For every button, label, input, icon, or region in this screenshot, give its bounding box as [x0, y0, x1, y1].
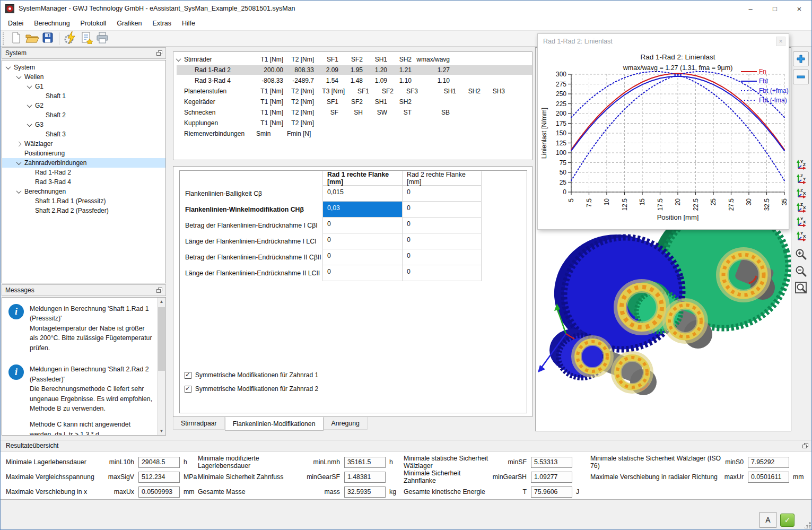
modification-value-cell[interactable]: 0 — [402, 233, 482, 249]
overview-cell[interactable]: wmax/wavg — [413, 56, 451, 63]
tree-item-shaft-1[interactable]: Shaft 1 — [2, 91, 165, 101]
zoom-in-icon[interactable] — [794, 248, 808, 262]
overview-cell[interactable]: 1.09 — [364, 77, 389, 84]
result-value-field[interactable]: 35161.5 — [344, 457, 386, 468]
overview-cell[interactable]: 1.10 — [413, 77, 451, 84]
overview-cell[interactable]: Fmin [N] — [285, 130, 316, 137]
tree-item-rad-3-rad-4[interactable]: Rad 3-Rad 4 — [2, 177, 165, 187]
overview-cell[interactable]: SF1 — [346, 88, 371, 95]
overview-cell[interactable]: SH — [340, 109, 364, 116]
zoom-window-icon[interactable] — [794, 281, 808, 294]
overview-cell[interactable]: T1 [Nm] — [254, 56, 285, 63]
menu-item-datei[interactable]: Datei — [3, 16, 29, 30]
tree-item-system[interactable]: System — [2, 63, 165, 72]
plus-button[interactable] — [793, 51, 809, 66]
overview-cell[interactable]: T3 [Nm] — [316, 88, 346, 95]
overview-cell[interactable]: SH1 — [420, 88, 458, 95]
tree-item-positionierung[interactable]: Positionierung — [2, 149, 165, 158]
tree-item-shaft-2-rad-2-passfeder[interactable]: Shaft 2.Rad 2 (Passfeder) — [2, 206, 165, 215]
overview-cell[interactable]: T1 [Nm] — [254, 98, 285, 106]
result-value-field[interactable]: 29048.5 — [138, 457, 180, 468]
modification-value-cell[interactable]: 0 — [322, 249, 402, 265]
modification-value-cell[interactable]: 0,03 — [322, 202, 402, 218]
result-value-field[interactable]: 1.09277 — [531, 472, 572, 483]
tree-item-zahnradverbindungen[interactable]: Zahnradverbindungen — [2, 158, 165, 168]
overview-cell[interactable]: SW — [364, 109, 389, 116]
minus-button[interactable] — [793, 69, 809, 84]
result-value-field[interactable]: 0.0509993 — [138, 486, 180, 498]
result-value-field[interactable]: 32.5935 — [344, 486, 386, 498]
chevron-down-icon[interactable] — [27, 102, 32, 108]
tree-item-shaft-1-rad-1-presssitz[interactable]: Shaft 1.Rad 1 (Presssitz) — [2, 196, 165, 206]
overview-cell[interactable]: T2 [Nm] — [285, 98, 316, 106]
overview-cell[interactable]: SF — [316, 109, 340, 116]
overview-cell[interactable]: SF3 — [395, 88, 420, 95]
annotation-button[interactable]: A — [759, 512, 776, 528]
chevron-down-icon[interactable] — [16, 74, 22, 79]
print-button[interactable] — [94, 31, 110, 46]
overview-cell[interactable]: 200.00 — [254, 66, 285, 74]
result-value-field[interactable]: 0.0501611 — [748, 472, 789, 483]
menu-item-berechnung[interactable]: Berechnung — [29, 16, 75, 30]
menu-item-protokoll[interactable]: Protokoll — [75, 16, 112, 30]
float-panel-icon[interactable] — [156, 288, 162, 293]
result-value-field[interactable]: 512.234 — [138, 472, 180, 483]
chevron-down-icon[interactable] — [27, 121, 32, 127]
zoom-out-icon[interactable] — [794, 265, 808, 279]
overview-cell[interactable]: 1.27 — [413, 66, 451, 74]
overview-cell[interactable]: SH3 — [482, 88, 507, 95]
view-zx-icon[interactable]: ZX — [794, 201, 808, 215]
tree-item-w-lzlager[interactable]: Wälzlager — [2, 139, 165, 149]
calculate-button[interactable] — [63, 31, 78, 46]
tree-item-rad-1-rad-2[interactable]: Rad 1-Rad 2 — [2, 168, 165, 177]
save-file-button[interactable] — [40, 31, 56, 46]
checkbox-symmetrische-modifikationen-f-r-zahnrad-2[interactable]: ✓Symmetrische Modifikationen für Zahnrad… — [185, 382, 318, 396]
scroll-up-icon[interactable]: ▲ — [158, 298, 165, 306]
modification-value-cell[interactable]: 0 — [402, 265, 482, 281]
overview-cell[interactable]: T2 [Nm] — [285, 119, 316, 127]
scroll-down-icon[interactable]: ▼ — [158, 427, 165, 435]
resize-grip[interactable] — [805, 522, 811, 528]
overview-cell[interactable]: SH1 — [364, 56, 389, 63]
modification-value-cell[interactable]: 0 — [402, 202, 482, 218]
overview-cell[interactable]: 808.33 — [285, 66, 316, 74]
maximize-button[interactable]: □ — [763, 1, 787, 16]
overview-cell[interactable]: 1.20 — [364, 66, 389, 74]
overview-cell[interactable]: T1 [Nm] — [254, 109, 285, 116]
overview-cell[interactable]: 1.95 — [340, 66, 364, 74]
checkbox-box[interactable]: ✓ — [185, 372, 191, 379]
result-value-field[interactable]: 7.95292 — [748, 457, 789, 468]
modification-value-cell[interactable]: 0 — [402, 218, 482, 233]
chevron-right-icon[interactable] — [16, 141, 22, 146]
tab-flankenlinien-modifikationen[interactable]: Flankenlinien-Modifikationen — [225, 417, 324, 431]
overview-cell[interactable]: SH2 — [458, 88, 482, 95]
overview-row-planetenstufen[interactable]: PlanetenstufenT1 [Nm]T2 [Nm]T3 [Nm]SF1SF… — [177, 86, 532, 96]
overview-row-kupplungen[interactable]: KupplungenT1 [Nm]T2 [Nm] — [177, 118, 532, 128]
close-icon[interactable]: × — [776, 37, 785, 46]
float-panel-icon[interactable] — [802, 443, 808, 448]
chart-window-header[interactable]: Rad 1-Rad 2: Linienlast × — [538, 34, 789, 49]
overview-row-rad-1-rad-2[interactable]: Rad 1-Rad 2200.00808.332.091.951.201.211… — [177, 65, 532, 75]
tab-stirnradpaar[interactable]: Stirnradpaar — [173, 417, 225, 430]
overview-cell[interactable]: SF1 — [316, 56, 340, 63]
overview-cell[interactable]: Smin — [254, 130, 285, 137]
overview-cell[interactable]: T1 [Nm] — [254, 88, 285, 95]
view-yx-icon[interactable]: YX — [794, 230, 808, 244]
overview-cell[interactable]: T2 [Nm] — [285, 88, 316, 95]
chevron-down-icon[interactable] — [27, 83, 32, 89]
tree-item-g2[interactable]: G2 — [2, 101, 165, 110]
overview-row-rad-3-rad-4[interactable]: Rad 3-Rad 4-808.33-2489.71.541.481.091.1… — [177, 76, 532, 85]
view-yx-icon[interactable]: YX — [794, 215, 808, 229]
view-zy-icon[interactable]: ZY — [794, 172, 808, 186]
view-zx-icon[interactable]: ZX — [794, 187, 808, 201]
overview-cell[interactable]: 2.09 — [316, 66, 340, 74]
toolbar-grip[interactable] — [3, 32, 5, 45]
minimize-button[interactable]: – — [738, 1, 763, 16]
modification-value-cell[interactable]: 0 — [322, 218, 402, 233]
scroll-thumb[interactable] — [158, 307, 165, 371]
checkbox-symmetrische-modifikationen-f-r-zahnrad-1[interactable]: ✓Symmetrische Modifikationen für Zahnrad… — [185, 368, 318, 382]
modification-value-cell[interactable]: 0 — [402, 249, 482, 265]
close-button[interactable]: × — [787, 1, 811, 16]
overview-cell[interactable]: SB — [413, 109, 451, 116]
messages-scrollbar[interactable]: ▲ ▼ — [157, 298, 165, 435]
